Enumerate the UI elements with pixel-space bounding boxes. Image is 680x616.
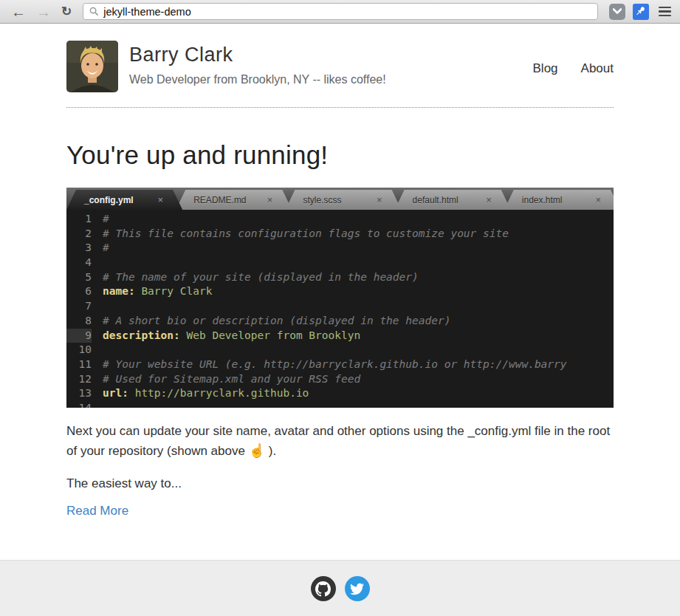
code-line-10: 10	[66, 343, 614, 357]
browser-toolbar: ← → ↻ jekyll-theme-demo	[0, 0, 680, 24]
line-number: 6	[66, 284, 92, 299]
code-line-11: 11# Your website URL (e.g. http://barryc…	[66, 357, 614, 372]
code-line-12: 12# Used for Sitemap.xml and your RSS fe…	[66, 372, 614, 387]
editor-tab-style.scss: style.scss×	[285, 190, 401, 210]
line-content: # This file contains configuration flags…	[103, 227, 509, 239]
masthead: Barry Clark Web Developer from Brooklyn,…	[66, 24, 614, 92]
avatar[interactable]	[66, 41, 118, 92]
read-more-link[interactable]: Read More	[66, 504, 128, 519]
line-number: 10	[66, 343, 92, 357]
code-line-2: 2# This file contains configuration flag…	[66, 227, 614, 242]
editor-tab-label: index.html	[522, 195, 596, 205]
nav-link-about[interactable]: About	[581, 61, 614, 76]
url-text: jekyll-theme-demo	[103, 6, 190, 18]
menu-icon[interactable]	[659, 4, 671, 19]
code-line-3: 3#	[66, 241, 614, 256]
line-number: 14	[66, 401, 92, 408]
site-nav: Blog About	[510, 41, 614, 92]
editor-tab-label: style.scss	[303, 195, 377, 205]
editor-tab-bar: _config.yml×README.md×style.scss×default…	[66, 188, 614, 210]
twitter-icon[interactable]	[345, 576, 370, 601]
code-area: 1#2# This file contains configuration fl…	[66, 210, 614, 408]
post: You're up and running! _config.yml×READM…	[66, 140, 614, 519]
post-title: You're up and running!	[66, 140, 614, 170]
line-number: 7	[66, 299, 92, 314]
line-content: description: Web Developer from Brooklyn	[103, 329, 360, 341]
line-content: #	[103, 242, 109, 253]
forward-icon[interactable]: →	[36, 4, 51, 19]
line-number: 3	[66, 241, 92, 256]
line-content: name: Barry Clark	[103, 285, 212, 297]
pocket-icon[interactable]	[609, 4, 625, 20]
github-icon[interactable]	[311, 576, 336, 601]
header-divider	[66, 107, 614, 108]
tab-close-icon: ×	[486, 194, 492, 205]
line-content: url: http://barryclark.github.io	[103, 387, 309, 399]
code-line-13: 13url: http://barryclark.github.io	[66, 386, 614, 401]
tab-close-icon: ×	[595, 194, 601, 205]
editor-tab-label: default.html	[413, 195, 487, 205]
line-content: # Used for Sitemap.xml and your RSS feed	[103, 373, 360, 385]
reload-icon[interactable]: ↻	[61, 5, 72, 18]
site-name[interactable]: Barry Clark	[129, 44, 510, 66]
address-bar[interactable]: jekyll-theme-demo	[83, 3, 598, 20]
line-number: 4	[66, 256, 92, 270]
code-line-7: 7	[66, 299, 614, 314]
config-screenshot-image: _config.yml×README.md×style.scss×default…	[66, 188, 614, 408]
line-number: 5	[66, 270, 92, 285]
nav-link-blog[interactable]: Blog	[533, 61, 558, 76]
line-number: 8	[66, 314, 92, 329]
line-number: 11	[66, 357, 92, 372]
tab-close-icon: ×	[267, 194, 273, 205]
site-footer	[0, 560, 680, 616]
code-line-1: 1#	[66, 212, 614, 227]
code-line-6: 6name: Barry Clark	[66, 284, 614, 299]
editor-tab-default.html: default.html×	[395, 190, 511, 210]
line-content: # The name of your site (displayed in th…	[103, 271, 419, 283]
line-content: # Your website URL (e.g. http://barrycla…	[103, 358, 567, 370]
line-content: #	[103, 213, 109, 225]
code-line-14: 14	[66, 401, 614, 408]
pushpin-icon[interactable]	[633, 4, 649, 20]
code-line-5: 5# The name of your site (displayed in t…	[66, 270, 614, 285]
site-description: Web Developer from Brooklyn, NY -- likes…	[129, 73, 510, 86]
editor-tab-README.md: README.md×	[176, 190, 292, 210]
code-line-9: 9description: Web Developer from Brookly…	[66, 329, 614, 343]
editor-tab-_config.yml: _config.yml×	[66, 190, 182, 210]
code-line-4: 4	[66, 256, 614, 270]
line-number: 1	[66, 212, 92, 227]
paragraph-excerpt: The easiest way to...	[66, 473, 614, 493]
paragraph-config-info: Next you can update your site name, avat…	[66, 421, 614, 461]
editor-tab-label: _config.yml	[84, 195, 158, 205]
point-up-emoji: ☝	[249, 443, 265, 458]
search-icon	[89, 7, 99, 16]
code-line-8: 8# A short bio or description (displayed…	[66, 314, 614, 329]
line-number: 2	[66, 227, 92, 242]
tab-close-icon: ×	[377, 194, 382, 205]
line-number: 9	[66, 329, 92, 343]
line-number: 12	[66, 372, 92, 387]
editor-tab-label: README.md	[193, 195, 267, 205]
line-number: 13	[66, 386, 92, 401]
tab-close-icon: ×	[158, 194, 164, 205]
back-icon[interactable]: ←	[11, 4, 26, 19]
line-content: # A short bio or description (displayed …	[103, 315, 450, 326]
editor-tab-index.html: index.html×	[504, 190, 614, 210]
